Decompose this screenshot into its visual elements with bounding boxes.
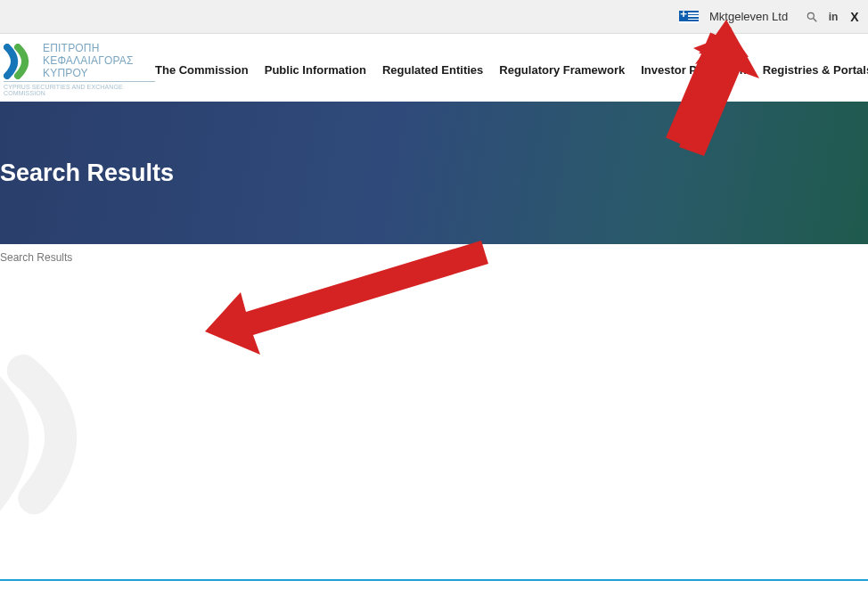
logo-text: ΕΠΙΤΡΟΠΗ ΚΕΦΑΛΑΙΑΓΟΡΑΣ ΚΥΠΡΟΥ <box>43 43 134 79</box>
logo-glyph-icon <box>4 44 39 79</box>
nav-investor-protection[interactable]: Investor Protection <box>641 63 746 77</box>
svg-line-1 <box>814 18 817 21</box>
logo-line3: ΚΥΠΡΟΥ <box>43 68 134 80</box>
logo-line1: ΕΠΙΤΡΟΠΗ <box>43 43 134 55</box>
x-social-icon[interactable]: X <box>847 9 863 25</box>
search-results-area <box>0 264 868 567</box>
nav-regulated-entities[interactable]: Regulated Entities <box>382 63 483 77</box>
breadcrumb-text: Search Results <box>0 251 72 264</box>
svg-point-0 <box>807 12 814 19</box>
logo-line2: ΚΕΦΑΛΑΙΑΓΟΡΑΣ <box>43 55 134 68</box>
linkedin-icon[interactable]: in <box>825 9 841 25</box>
search-icon[interactable] <box>804 9 820 25</box>
footer-space <box>0 581 868 605</box>
nav-public-information[interactable]: Public Information <box>265 63 366 77</box>
main-nav: The Commission Public Information Regula… <box>155 63 868 77</box>
nav-regulatory-framework[interactable]: Regulatory Framework <box>499 63 625 77</box>
watermark-icon <box>0 329 133 538</box>
topbar: in X <box>0 0 868 34</box>
greece-flag-icon[interactable] <box>679 11 699 23</box>
nav-registries-portals[interactable]: Registries & Portals <box>763 63 868 77</box>
logo[interactable]: ΕΠΙΤΡΟΠΗ ΚΕΦΑΛΑΙΑΓΟΡΑΣ ΚΥΠΡΟΥ CYPRUS SEC… <box>4 43 155 96</box>
search-input[interactable] <box>709 10 798 23</box>
logo-subtitle: CYPRUS SECURITIES AND EXCHANGE COMMISSIO… <box>4 81 155 96</box>
page-title: Search Results <box>0 159 174 187</box>
hero-banner: Search Results <box>0 102 868 244</box>
nav-the-commission[interactable]: The Commission <box>155 63 249 77</box>
breadcrumb: Search Results <box>0 244 868 264</box>
header: ΕΠΙΤΡΟΠΗ ΚΕΦΑΛΑΙΑΓΟΡΑΣ ΚΥΠΡΟΥ CYPRUS SEC… <box>0 34 868 102</box>
